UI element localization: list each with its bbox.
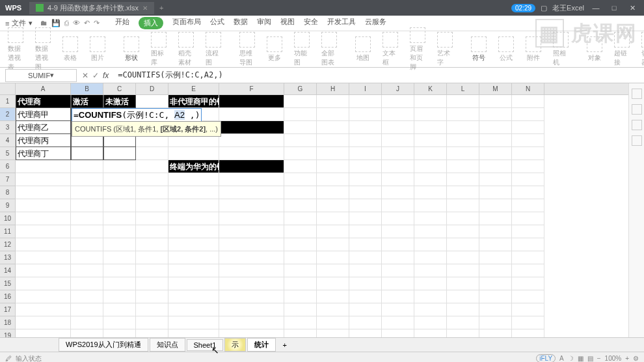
- cell[interactable]: [219, 277, 284, 290]
- name-box[interactable]: SUMIF ▾: [5, 69, 77, 82]
- cell[interactable]: [447, 173, 479, 186]
- cell[interactable]: [168, 303, 219, 316]
- cell[interactable]: [349, 160, 382, 173]
- cell[interactable]: [219, 225, 284, 238]
- cell[interactable]: [479, 238, 512, 251]
- cell[interactable]: [284, 95, 317, 108]
- formula-input[interactable]: =COUNTIFS(示例!C:C,A2,): [114, 70, 644, 81]
- cell[interactable]: [71, 212, 103, 225]
- maximize-button[interactable]: □: [608, 4, 621, 12]
- cell[interactable]: [284, 290, 317, 303]
- cell[interactable]: [103, 316, 136, 329]
- view-normal-icon[interactable]: ▦: [578, 355, 584, 362]
- cell[interactable]: [382, 147, 414, 160]
- cell[interactable]: [103, 329, 136, 337]
- cell[interactable]: [103, 225, 136, 238]
- cell[interactable]: [317, 290, 349, 303]
- cell[interactable]: [414, 303, 447, 316]
- cell[interactable]: [219, 303, 284, 316]
- cell[interactable]: [512, 329, 544, 337]
- cell[interactable]: [317, 251, 349, 264]
- cell[interactable]: [382, 329, 414, 337]
- cell[interactable]: [136, 186, 168, 199]
- cell[interactable]: [414, 225, 447, 238]
- cell[interactable]: [284, 173, 317, 186]
- cell[interactable]: 代理商乙: [16, 121, 71, 134]
- cell[interactable]: [414, 108, 447, 121]
- cell[interactable]: [382, 199, 414, 212]
- cell[interactable]: [71, 173, 103, 186]
- cell[interactable]: [136, 277, 168, 290]
- row-header[interactable]: 19: [0, 329, 16, 337]
- column-header[interactable]: I: [349, 83, 382, 94]
- screen-record-icon[interactable]: ▢: [541, 4, 547, 12]
- cell[interactable]: [168, 316, 219, 329]
- cell[interactable]: [447, 199, 479, 212]
- moon-icon[interactable]: ☽: [568, 355, 574, 362]
- ribbon-button[interactable]: 文本框: [380, 32, 401, 67]
- qat-undo-icon[interactable]: ↶: [84, 19, 90, 27]
- qat-open-icon[interactable]: 🖿: [40, 19, 47, 27]
- cell[interactable]: [16, 277, 71, 290]
- cell[interactable]: [168, 186, 219, 199]
- cell[interactable]: [317, 108, 349, 121]
- cell[interactable]: [71, 199, 103, 212]
- column-header[interactable]: K: [414, 83, 447, 94]
- cell[interactable]: [382, 277, 414, 290]
- cell[interactable]: [71, 160, 103, 173]
- cell[interactable]: [219, 199, 284, 212]
- cell[interactable]: [136, 160, 168, 173]
- cell[interactable]: [512, 290, 544, 303]
- row-header[interactable]: 12: [0, 238, 16, 251]
- cell[interactable]: [136, 316, 168, 329]
- cell[interactable]: [414, 95, 447, 108]
- cell[interactable]: [512, 160, 544, 173]
- cell[interactable]: [103, 264, 136, 277]
- ribbon-button[interactable]: 公式: [496, 36, 517, 63]
- ribbon-button[interactable]: 照相机: [550, 32, 571, 67]
- cell[interactable]: 代理商: [16, 95, 71, 108]
- cell[interactable]: [479, 199, 512, 212]
- menu-item[interactable]: 开始: [115, 17, 129, 29]
- zoom-in-button[interactable]: +: [625, 355, 629, 362]
- column-header[interactable]: G: [284, 83, 317, 94]
- cell[interactable]: [479, 264, 512, 277]
- row-header[interactable]: 18: [0, 316, 16, 329]
- cell[interactable]: [16, 264, 71, 277]
- cell[interactable]: [219, 134, 284, 147]
- cell[interactable]: [382, 95, 414, 108]
- cell[interactable]: [317, 95, 349, 108]
- cell[interactable]: [349, 303, 382, 316]
- sheet-tab[interactable]: Sheet1: [187, 339, 224, 351]
- ribbon-button[interactable]: 对象: [584, 36, 605, 63]
- cell[interactable]: [317, 316, 349, 329]
- cell[interactable]: [447, 277, 479, 290]
- cell[interactable]: [479, 290, 512, 303]
- cell[interactable]: [479, 316, 512, 329]
- cell[interactable]: [349, 277, 382, 290]
- menu-item[interactable]: 数据: [234, 17, 248, 29]
- cell[interactable]: [349, 290, 382, 303]
- cell[interactable]: [414, 160, 447, 173]
- settings-icon[interactable]: ⚙: [633, 355, 639, 362]
- cell[interactable]: [317, 199, 349, 212]
- cell[interactable]: [16, 290, 71, 303]
- cell[interactable]: [136, 303, 168, 316]
- cell[interactable]: [317, 264, 349, 277]
- cell[interactable]: [414, 212, 447, 225]
- cell[interactable]: [71, 238, 103, 251]
- cell[interactable]: [447, 290, 479, 303]
- cell[interactable]: [382, 186, 414, 199]
- row-header[interactable]: 13: [0, 251, 16, 264]
- cell[interactable]: [317, 277, 349, 290]
- cell[interactable]: [349, 225, 382, 238]
- cell[interactable]: [447, 329, 479, 337]
- cell[interactable]: [447, 316, 479, 329]
- menu-item[interactable]: 插入: [139, 17, 163, 29]
- cell[interactable]: [16, 238, 71, 251]
- cell[interactable]: [136, 225, 168, 238]
- cell[interactable]: [168, 199, 219, 212]
- cell-editor[interactable]: =COUNTIFS(示例!C:C, A2 ,): [72, 108, 202, 122]
- cell[interactable]: [479, 173, 512, 186]
- cell[interactable]: [219, 173, 284, 186]
